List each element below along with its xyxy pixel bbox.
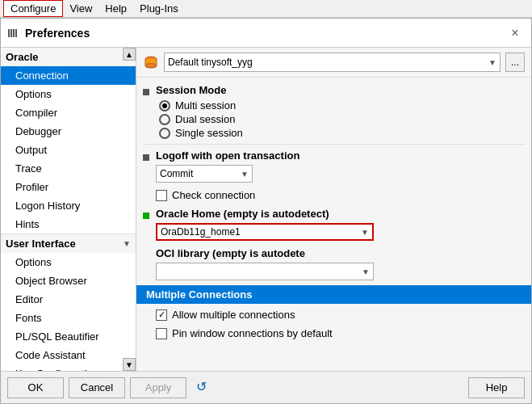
radio-multi-circle[interactable]: [159, 100, 170, 112]
allow-multiple-section: Allow multiple connections: [136, 305, 531, 324]
oci-library-select-row: ▼: [156, 263, 525, 280]
session-mode-title: Session Mode: [156, 84, 525, 96]
check-conn-content: Check connection: [156, 189, 525, 201]
menu-help[interactable]: Help: [98, 1, 133, 16]
sidebar-item-profiler[interactable]: Profiler: [1, 178, 136, 196]
db-icon: [143, 54, 159, 70]
sidebar-item-object-browser[interactable]: Object Browser: [1, 271, 136, 290]
radio-dual-session[interactable]: Dual session: [159, 113, 525, 125]
allow-multiple-label: Allow multiple connections: [172, 309, 295, 321]
sidebar-item-logon-history[interactable]: Logon History: [1, 196, 136, 215]
oci-library-title: OCI library (empty is autodete: [156, 247, 525, 259]
sidebar-item-plsql-beautifier[interactable]: PL/SQL Beautifier: [1, 327, 136, 346]
divider-1: [143, 144, 525, 145]
session-mode-square: [143, 89, 149, 95]
session-mode-marker: [143, 86, 151, 98]
sidebar-group-ui-label: User Interface: [6, 238, 76, 250]
radio-single-session[interactable]: Single session: [159, 127, 525, 139]
dialog-body: ▲ Oracle ▼ Connection Options Compiler D…: [1, 48, 531, 371]
oracle-home-marker: [143, 209, 151, 221]
sidebar-group-oracle[interactable]: Oracle ▼: [1, 48, 136, 66]
session-mode-content: Session Mode Multi session Dual session: [156, 84, 525, 139]
sidebar-item-editor[interactable]: Editor: [1, 290, 136, 309]
svg-rect-2: [13, 29, 15, 37]
content-scroll[interactable]: Session Mode Multi session Dual session: [136, 78, 531, 371]
sidebar-item-fonts[interactable]: Fonts: [1, 309, 136, 327]
close-button[interactable]: ×: [505, 23, 525, 43]
sidebar-item-output[interactable]: Output: [1, 141, 136, 159]
sidebar-item-trace[interactable]: Trace: [1, 159, 136, 178]
logoff-content: Logoff with open transaction Commit ▼: [156, 149, 525, 183]
pin-window-section: Pin window connections by default: [136, 324, 531, 343]
radio-single-circle[interactable]: [159, 128, 170, 139]
apply-button[interactable]: Apply: [130, 377, 186, 398]
menu-configure[interactable]: Configure: [3, 0, 63, 17]
refresh-button[interactable]: ↺: [191, 377, 211, 397]
cancel-button[interactable]: Cancel: [69, 377, 125, 398]
dialog-title: Preferences: [7, 27, 90, 40]
allow-multiple-checkbox-row[interactable]: Allow multiple connections: [156, 309, 525, 321]
connection-dropdown-chevron: ▼: [488, 58, 496, 67]
footer-left: OK Cancel Apply ↺: [7, 377, 211, 398]
sidebar-item-hints[interactable]: Hints: [1, 215, 136, 234]
pin-window-checkbox[interactable]: [156, 328, 167, 339]
oracle-home-select-row: OraDb11g_home1 ▼: [156, 223, 525, 241]
oracle-home-dropdown[interactable]: OraDb11g_home1 ▼: [156, 223, 374, 241]
menu-bar: Configure View Help Plug-Ins: [0, 0, 532, 18]
logoff-dropdown-value: Commit: [160, 168, 193, 179]
dialog-titlebar: Preferences ×: [1, 19, 531, 48]
sidebar-scroll-up[interactable]: ▲: [123, 48, 136, 61]
check-connection-checkbox-row[interactable]: Check connection: [156, 189, 525, 201]
sidebar-item-key-configuration[interactable]: Key Configuration: [1, 364, 136, 371]
check-connection-checkbox[interactable]: [156, 190, 167, 201]
radio-multi-label: Multi session: [175, 99, 236, 112]
sidebar-item-connection[interactable]: Connection: [1, 66, 136, 85]
logoff-dropdown-chevron: ▼: [241, 170, 249, 179]
oracle-home-dropdown-chevron: ▼: [361, 228, 369, 237]
radio-multi-session[interactable]: Multi session: [159, 99, 525, 112]
logoff-marker: [143, 151, 151, 163]
logoff-dropdown[interactable]: Commit ▼: [156, 165, 253, 183]
sidebar-item-debugger[interactable]: Debugger: [1, 122, 136, 141]
session-mode-radio-group: Multi session Dual session Single sessio…: [159, 99, 525, 139]
check-connection-section: Check connection: [136, 186, 531, 204]
allow-multiple-content: Allow multiple connections: [156, 309, 525, 321]
oracle-home-square: [143, 213, 149, 219]
sidebar-group-oracle-label: Oracle: [6, 51, 38, 63]
dialog-title-text: Preferences: [25, 27, 90, 40]
help-button[interactable]: Help: [468, 377, 525, 398]
radio-dual-circle[interactable]: [159, 114, 170, 125]
radio-single-label: Single session: [175, 127, 243, 139]
sidebar-scroll-down[interactable]: ▼: [123, 358, 136, 371]
oci-library-dropdown[interactable]: ▼: [156, 263, 374, 280]
pin-window-content: Pin window connections by default: [156, 327, 525, 339]
sidebar-group-ui[interactable]: User Interface ▼: [1, 234, 136, 253]
pin-window-checkbox-row[interactable]: Pin window connections by default: [156, 327, 525, 339]
svg-rect-3: [15, 29, 17, 37]
svg-rect-0: [8, 29, 10, 37]
oci-library-content: OCI library (empty is autodete ▼: [156, 247, 525, 280]
check-connection-label: Check connection: [172, 189, 255, 201]
menu-plugins[interactable]: Plug-Ins: [133, 1, 185, 16]
oracle-home-content: Oracle Home (empty is autodetect) OraDb1…: [156, 208, 525, 241]
svg-rect-1: [10, 29, 12, 37]
sidebar-item-compiler[interactable]: Compiler: [1, 103, 136, 122]
menu-view[interactable]: View: [63, 1, 98, 16]
sidebar-item-code-assistant[interactable]: Code Assistant: [1, 346, 136, 364]
logoff-select-row: Commit ▼: [156, 165, 525, 183]
oracle-home-dropdown-value: OraDb11g_home1: [161, 226, 241, 238]
logoff-section: Logoff with open transaction Commit ▼: [136, 146, 531, 186]
oracle-home-title: Oracle Home (empty is autodetect): [156, 208, 525, 220]
logoff-title: Logoff with open transaction: [156, 149, 525, 162]
sidebar-item-ui-options[interactable]: Options: [1, 253, 136, 271]
oci-library-section: OCI library (empty is autodete ▼: [136, 244, 531, 284]
content-area: Default tinysoft_yyg ▼ ... Session Mode: [136, 48, 531, 371]
sidebar-item-options[interactable]: Options: [1, 85, 136, 103]
connection-dropdown[interactable]: Default tinysoft_yyg ▼: [164, 53, 501, 72]
sidebar-ui-arrow: ▼: [123, 239, 131, 248]
ok-button[interactable]: OK: [7, 377, 64, 398]
allow-multiple-checkbox[interactable]: [156, 309, 167, 321]
sidebar: ▲ Oracle ▼ Connection Options Compiler D…: [1, 48, 136, 371]
dots-button[interactable]: ...: [505, 53, 525, 72]
connection-dropdown-value: Default tinysoft_yyg: [168, 57, 253, 68]
